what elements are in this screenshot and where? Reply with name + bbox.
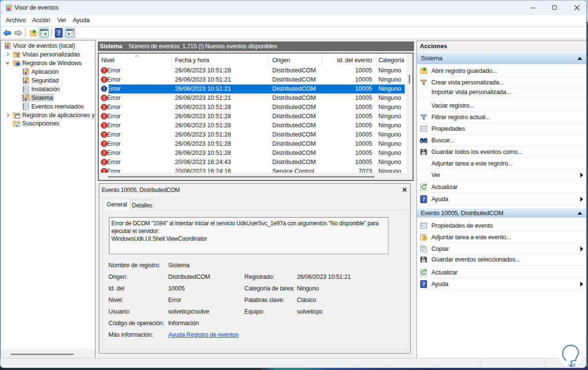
svg-text:?: ? (422, 281, 425, 288)
svg-text:?: ? (422, 196, 425, 203)
svg-text:?: ? (57, 29, 61, 37)
